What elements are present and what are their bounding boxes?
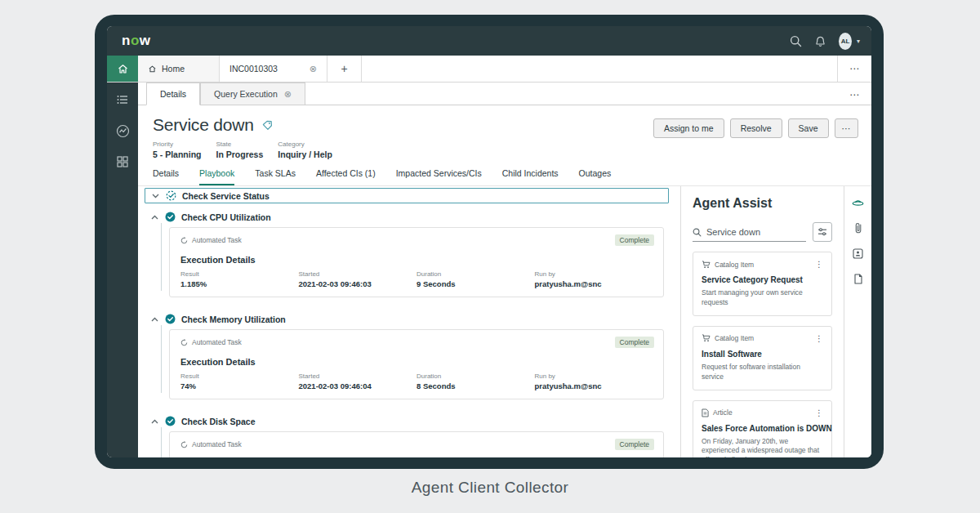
record-tab-affected-cis[interactable]: Affected CIs (1) bbox=[316, 168, 376, 185]
kebab-menu-icon[interactable]: ⋮ bbox=[815, 334, 823, 343]
chevron-up-icon[interactable] bbox=[151, 215, 159, 220]
field-label: Result bbox=[180, 270, 299, 278]
stage-header[interactable]: Check CPU Utilization bbox=[138, 207, 680, 224]
stage-name: Check Service Status bbox=[182, 191, 270, 201]
tag-icon[interactable] bbox=[262, 120, 273, 131]
tab-incident-record[interactable]: INC0010303 ⊗ bbox=[220, 56, 327, 82]
doc-tabs-overflow-button[interactable]: ⋯ bbox=[849, 89, 860, 100]
record-tab-details[interactable]: Details bbox=[153, 168, 179, 185]
more-actions-button[interactable]: ⋯ bbox=[835, 118, 859, 138]
assist-card-install-software[interactable]: Catalog Item ⋮ Install Software Request … bbox=[693, 326, 832, 390]
assign-to-me-button[interactable]: Assign to me bbox=[653, 118, 724, 138]
logo-text: n bbox=[122, 33, 131, 48]
kebab-menu-icon[interactable]: ⋮ bbox=[815, 260, 823, 269]
chevron-down-icon[interactable]: ▾ bbox=[857, 38, 860, 45]
article-icon bbox=[702, 408, 709, 417]
list-menu-icon[interactable] bbox=[115, 92, 130, 107]
field-value: pratyusha.m@snc bbox=[535, 279, 653, 288]
field-value: 74% bbox=[180, 381, 299, 390]
record-tab-task-slas[interactable]: Task SLAs bbox=[255, 168, 296, 185]
playbook-stage-check-cpu-utilization: Check CPU Utilization Automated Task Com… bbox=[138, 207, 680, 297]
stage-header[interactable]: Check Memory Utilization bbox=[138, 309, 680, 326]
search-icon[interactable] bbox=[790, 34, 803, 47]
card-description: Start managing your own service requests bbox=[702, 288, 823, 308]
doc-tab-query-label: Query Execution bbox=[214, 89, 278, 99]
home-icon bbox=[148, 65, 157, 74]
stage-complete-icon bbox=[165, 416, 176, 426]
tab-home[interactable]: Home bbox=[138, 56, 220, 82]
new-tab-button[interactable]: + bbox=[327, 56, 362, 82]
tab-strip-spacer bbox=[362, 56, 837, 82]
assist-card-service-category-request[interactable]: Catalog Item ⋮ Service Category Request … bbox=[693, 252, 832, 316]
servicenow-logo: now bbox=[122, 33, 151, 49]
record-tab-child-incidents[interactable]: Child Incidents bbox=[502, 168, 559, 185]
doc-tab-details[interactable]: Details bbox=[146, 83, 200, 105]
playbook-stage-check-service-status[interactable]: Check Service Status bbox=[145, 188, 669, 203]
playbook-stage-check-disk-space: Check Disk Space Automated Task Complete… bbox=[138, 411, 680, 457]
search-settings-button[interactable] bbox=[813, 222, 832, 242]
execution-details-heading: Execution Details bbox=[180, 255, 653, 265]
paperclip-icon[interactable] bbox=[852, 221, 865, 234]
chevron-down-icon[interactable] bbox=[152, 194, 160, 199]
exec-field-result: Result 74% bbox=[180, 372, 299, 390]
exec-field-started: Started 2021-02-03 09:46:03 bbox=[299, 270, 417, 288]
workspace-home-button[interactable] bbox=[107, 56, 138, 82]
stage-name: Check CPU Utilization bbox=[181, 212, 271, 222]
app-header: now AL ▾ bbox=[107, 26, 871, 56]
card-description: On Friday, January 20th, we experienced … bbox=[702, 437, 823, 457]
exec-field-started: Started 2021-02-03 09:46:04 bbox=[299, 372, 417, 390]
execution-fields: Result 74% Started 2021-02-03 09:46:04 D… bbox=[180, 372, 653, 390]
cart-icon bbox=[702, 334, 710, 342]
status-badge: Complete bbox=[615, 337, 654, 348]
document-tabs: Details Query Execution ⊗ ⋯ bbox=[138, 83, 871, 105]
image-caption: Agent Client Collector bbox=[0, 479, 980, 497]
page-title: Service down bbox=[153, 115, 254, 135]
activity-icon[interactable] bbox=[852, 247, 865, 260]
close-icon[interactable]: ⊗ bbox=[310, 64, 317, 74]
agent-assist-title: Agent Assist bbox=[693, 196, 832, 211]
dashboard-icon[interactable] bbox=[115, 123, 130, 138]
task-type-label: Automated Task bbox=[192, 338, 242, 346]
field-value: 1.185% bbox=[180, 279, 299, 288]
resolve-button[interactable]: Resolve bbox=[730, 118, 782, 138]
tab-record-label: INC0010303 bbox=[229, 64, 278, 74]
notifications-bell-icon[interactable] bbox=[814, 34, 827, 47]
automated-task-card[interactable]: Automated Task Complete Execution Detail… bbox=[169, 329, 664, 399]
kebab-menu-icon[interactable]: ⋮ bbox=[815, 408, 823, 417]
agent-assist-search-input[interactable]: Service down bbox=[693, 227, 806, 242]
stage-complete-icon bbox=[165, 314, 176, 324]
assist-card-sales-force-automation[interactable]: Article ⋮ Sales Force Automation is DOWN… bbox=[693, 400, 832, 457]
avatar[interactable]: AL bbox=[839, 34, 852, 47]
chevron-up-icon[interactable] bbox=[151, 419, 159, 424]
document-icon[interactable] bbox=[852, 272, 865, 285]
tab-strip-overflow-button[interactable]: ⋯ bbox=[837, 56, 871, 82]
task-type: Automated Task bbox=[180, 236, 653, 244]
refresh-icon bbox=[180, 441, 188, 448]
card-title: Sales Force Automation is DOWN bbox=[702, 424, 823, 433]
right-tool-rail bbox=[844, 186, 871, 457]
agent-assist-icon[interactable] bbox=[852, 196, 865, 209]
exec-field-result: Result 1.185% bbox=[180, 270, 299, 288]
card-description: Request for software installation servic… bbox=[702, 363, 823, 382]
close-icon[interactable]: ⊗ bbox=[284, 89, 292, 100]
record-tabs: Details Playbook Task SLAs Affected CIs … bbox=[138, 159, 871, 186]
field-label: Duration bbox=[416, 270, 535, 278]
record-tab-impacted-services[interactable]: Impacted Services/CIs bbox=[396, 168, 482, 185]
execution-fields: Result 1.185% Started 2021-02-03 09:46:0… bbox=[180, 270, 653, 288]
chevron-up-icon[interactable] bbox=[151, 317, 159, 322]
stage-header[interactable]: Check Disk Space bbox=[138, 411, 680, 428]
automated-task-card[interactable]: Automated Task Complete Execution Detail… bbox=[169, 431, 664, 457]
save-button[interactable]: Save bbox=[788, 118, 829, 138]
apps-grid-icon[interactable] bbox=[115, 154, 130, 169]
record-tab-playbook[interactable]: Playbook bbox=[199, 168, 234, 185]
record-header: Service down Priority 5 - Planning State… bbox=[138, 105, 871, 159]
cart-icon bbox=[702, 261, 710, 269]
doc-tab-query-execution[interactable]: Query Execution ⊗ bbox=[200, 83, 305, 105]
search-icon bbox=[693, 228, 702, 237]
record-tab-outages[interactable]: Outages bbox=[579, 168, 612, 185]
field-label: Duration bbox=[416, 372, 535, 380]
task-type-label: Automated Task bbox=[192, 440, 242, 448]
automated-task-card[interactable]: Automated Task Complete Execution Detail… bbox=[169, 227, 664, 297]
sliders-icon bbox=[817, 227, 827, 237]
field-label: Started bbox=[299, 372, 417, 380]
